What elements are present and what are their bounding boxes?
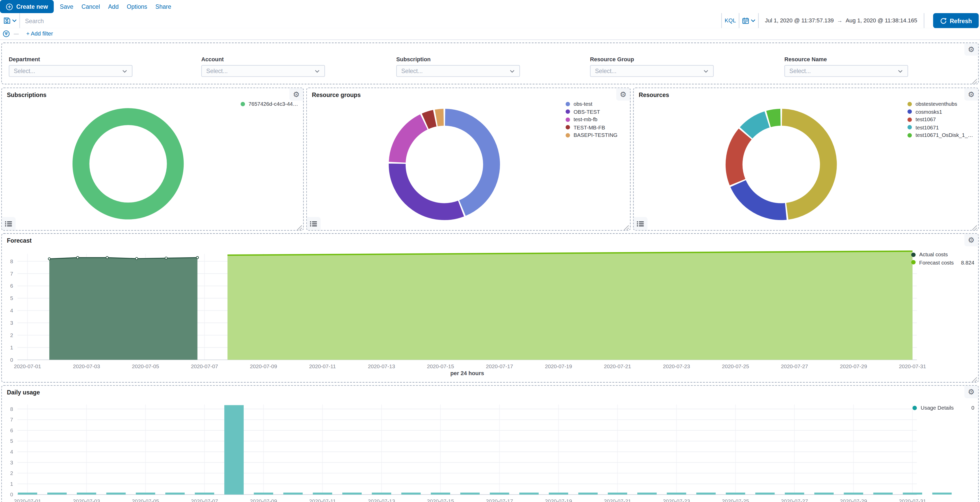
bar[interactable] — [903, 492, 922, 494]
legend-dot — [907, 102, 912, 106]
bar[interactable] — [313, 492, 332, 494]
date-picker-button[interactable] — [739, 13, 758, 28]
legend-item[interactable]: Actual costs — [911, 250, 974, 258]
filter-select-resource-name[interactable]: Select... — [784, 65, 908, 77]
panel-resize-handle[interactable] — [970, 374, 977, 381]
bar[interactable] — [283, 492, 302, 494]
bar[interactable] — [254, 492, 273, 494]
bar[interactable] — [608, 492, 627, 494]
legend-dot — [565, 102, 570, 106]
panel-resize-handle[interactable] — [295, 222, 302, 229]
donut-slice[interactable] — [734, 134, 745, 182]
toolbar-menu: SaveCancelAddOptionsShare — [60, 3, 171, 10]
panel-options-button[interactable]: ⚙ — [964, 43, 978, 56]
bar[interactable] — [519, 492, 539, 494]
bar[interactable] — [932, 492, 952, 494]
legend-item[interactable]: obs-test — [565, 100, 617, 108]
bar[interactable] — [460, 492, 480, 494]
kql-toggle[interactable]: KQL — [721, 13, 739, 28]
svg-text:2020-07-19: 2020-07-19 — [545, 498, 572, 502]
legend-label: test10671 — [915, 124, 939, 131]
legend-item[interactable]: Usage Details0 — [913, 404, 974, 412]
filter-select-account[interactable]: Select... — [201, 65, 325, 77]
bar[interactable] — [844, 492, 863, 494]
filter-select-subscription[interactable]: Select... — [396, 65, 520, 77]
bar[interactable] — [136, 492, 155, 494]
bar[interactable] — [224, 405, 243, 494]
bar[interactable] — [106, 492, 126, 494]
bar[interactable] — [549, 492, 568, 494]
legend-item[interactable]: test10671 — [907, 124, 973, 131]
legend-label: Actual costs — [919, 252, 948, 258]
toolbar-item-save[interactable]: Save — [60, 3, 73, 10]
legend-item[interactable]: cosmosks1 — [907, 108, 973, 116]
bar[interactable] — [755, 492, 775, 494]
legend-item[interactable]: TEST-MB-FB — [565, 124, 617, 131]
bar[interactable] — [873, 492, 892, 494]
bar[interactable] — [195, 492, 214, 494]
legend-item[interactable]: BASEPI-TESTING — [565, 131, 617, 139]
svg-text:2020-07-21: 2020-07-21 — [604, 498, 631, 502]
donut-slice[interactable] — [445, 117, 492, 208]
toolbar-item-share[interactable]: Share — [155, 3, 171, 10]
bar[interactable] — [47, 492, 67, 494]
toolbar-item-cancel[interactable]: Cancel — [81, 3, 100, 10]
search-input[interactable] — [20, 13, 721, 28]
legend-item[interactable]: obstesteventhubs — [907, 100, 973, 108]
legend-item[interactable]: test-mb-fb — [565, 116, 617, 124]
add-filter-link[interactable]: + Add filter — [26, 30, 53, 37]
legend-item[interactable]: Forecast costs8.824 — [911, 258, 974, 266]
legend-item[interactable]: test10671_OsDisk_1_… — [907, 131, 973, 139]
filter-select-resource-group[interactable]: Select... — [590, 65, 714, 77]
toolbar-item-options[interactable]: Options — [127, 3, 147, 10]
donut-slice[interactable] — [768, 117, 781, 119]
bar[interactable] — [401, 492, 420, 494]
donut-slice[interactable] — [425, 118, 435, 121]
legend-toggle-button[interactable] — [634, 217, 648, 230]
panel-resize-handle[interactable] — [622, 222, 629, 229]
bar[interactable] — [342, 492, 362, 494]
bar[interactable] — [372, 492, 391, 494]
legend-toggle-button[interactable] — [307, 217, 320, 230]
bar[interactable] — [726, 492, 745, 494]
legend-item[interactable]: OBS-TEST — [565, 108, 617, 116]
bar[interactable] — [667, 492, 686, 494]
kibana-dashboard: Create new SaveCancelAddOptionsShare KQL… — [0, 0, 980, 502]
create-new-button[interactable]: Create new — [0, 0, 54, 13]
bar[interactable] — [785, 492, 804, 494]
saved-query-menu-button[interactable] — [0, 13, 20, 28]
donut-slice[interactable] — [746, 120, 767, 133]
bar[interactable] — [637, 492, 657, 494]
donut-slice[interactable] — [782, 117, 828, 211]
refresh-button[interactable]: Refresh — [933, 13, 979, 28]
svg-text:3: 3 — [10, 459, 13, 465]
donut-slice[interactable] — [397, 164, 461, 212]
bar[interactable] — [18, 492, 37, 494]
bar[interactable] — [578, 492, 598, 494]
bar[interactable] — [490, 492, 509, 494]
bar[interactable] — [431, 492, 450, 494]
bar[interactable] — [77, 492, 96, 494]
legend-dot — [565, 125, 570, 130]
date-range-display[interactable]: Jul 1, 2020 @ 11:37:57.139 → Aug 1, 2020… — [758, 13, 924, 28]
donut-slice[interactable] — [81, 116, 175, 211]
donut-slice[interactable] — [738, 183, 786, 212]
bar[interactable] — [165, 492, 185, 494]
panel-resize-handle[interactable] — [970, 222, 977, 229]
svg-text:2020-07-09: 2020-07-09 — [250, 363, 277, 369]
bar[interactable] — [696, 492, 716, 494]
legend-item[interactable]: 7657426d-c4c3-44… — [240, 100, 298, 108]
donut-slice[interactable] — [397, 122, 424, 163]
legend-dot — [907, 133, 912, 137]
svg-text:per 24 hours: per 24 hours — [450, 370, 484, 376]
legend-toggle-button[interactable] — [2, 217, 16, 230]
legend-item[interactable]: test1067 — [907, 116, 973, 124]
filter-select-department[interactable]: Select... — [9, 65, 132, 77]
svg-text:2020-07-11: 2020-07-11 — [309, 498, 336, 502]
bar[interactable] — [815, 492, 834, 494]
filter-icon[interactable] — [3, 30, 10, 38]
toolbar-item-add[interactable]: Add — [108, 3, 119, 10]
panel-resize-handle[interactable] — [970, 76, 977, 83]
filter-label: Resource Group — [590, 56, 634, 62]
donut-slice[interactable] — [436, 117, 444, 118]
